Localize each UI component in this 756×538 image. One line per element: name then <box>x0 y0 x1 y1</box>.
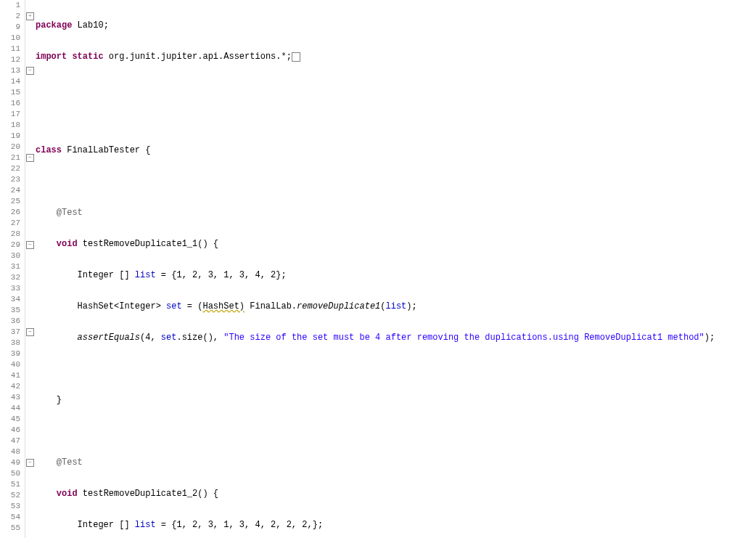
line-number: 30 <box>0 250 20 261</box>
fold-indicator[interactable] <box>292 52 300 62</box>
code-line[interactable]: Integer [] list = {1, 2, 3, 1, 3, 4, 2, … <box>36 520 756 531</box>
code-line[interactable] <box>36 176 756 187</box>
code-line[interactable] <box>36 114 756 125</box>
code-line[interactable]: import static org.junit.jupiter.api.Asse… <box>36 52 756 62</box>
line-number: 25 <box>0 196 20 207</box>
fold-toggle-icon[interactable]: − <box>26 241 34 249</box>
line-number: 27 <box>0 218 20 229</box>
fold-column[interactable]: +−−−−− <box>25 0 34 538</box>
code-line[interactable]: void testRemoveDuplicate1_2() { <box>36 489 756 500</box>
code-line[interactable] <box>36 83 756 94</box>
line-number: 15 <box>0 87 20 98</box>
code-line[interactable] <box>36 364 756 375</box>
line-number: 26 <box>0 207 20 218</box>
code-line[interactable]: class FinalLabTester { <box>36 145 756 156</box>
line-number: 1 <box>0 0 20 11</box>
fold-toggle-icon[interactable]: − <box>26 328 34 336</box>
line-number: 52 <box>0 490 20 501</box>
line-number: 50 <box>0 468 20 479</box>
code-line[interactable]: package Lab10; <box>36 20 756 31</box>
line-number: 47 <box>0 436 20 447</box>
line-number: 29 <box>0 240 20 250</box>
line-number: 18 <box>0 120 20 131</box>
line-number: 12 <box>0 54 20 65</box>
line-number: 22 <box>0 163 20 174</box>
line-number: 19 <box>0 131 20 142</box>
code-line[interactable]: void testRemoveDuplicate1_1() { <box>36 239 756 250</box>
fold-toggle-icon[interactable]: − <box>26 67 34 75</box>
line-number: 55 <box>0 523 20 534</box>
line-number: 23 <box>0 174 20 185</box>
line-number: 14 <box>0 76 20 87</box>
line-number: 32 <box>0 272 20 283</box>
line-number: 38 <box>0 338 20 349</box>
code-editor[interactable]: 1291011121314151617181920212223242526272… <box>0 0 756 538</box>
line-number: 34 <box>0 294 20 305</box>
line-number: 48 <box>0 447 20 457</box>
line-number: 13 <box>0 65 20 76</box>
line-number: 43 <box>0 392 20 403</box>
code-line[interactable]: assertEquals(4, set.size(), "The size of… <box>36 333 756 343</box>
line-number-gutter: 1291011121314151617181920212223242526272… <box>0 0 25 538</box>
code-area[interactable]: package Lab10; import static org.junit.j… <box>34 0 756 538</box>
code-line[interactable]: Integer [] list = {1, 2, 3, 1, 3, 4, 2}; <box>36 270 756 281</box>
line-number: 44 <box>0 403 20 414</box>
code-line[interactable]: HashSet<Integer> set = (HashSet) FinalLa… <box>36 301 756 312</box>
line-number: 42 <box>0 381 20 392</box>
code-line[interactable]: } <box>36 395 756 406</box>
line-number: 46 <box>0 425 20 436</box>
line-number: 51 <box>0 479 20 490</box>
fold-toggle-icon[interactable]: − <box>26 154 34 162</box>
line-number: 9 <box>0 22 20 33</box>
line-number: 54 <box>0 512 20 523</box>
line-number: 40 <box>0 359 20 370</box>
fold-toggle-icon[interactable]: − <box>26 459 34 467</box>
line-number: 41 <box>0 370 20 381</box>
line-number: 28 <box>0 229 20 240</box>
line-number: 53 <box>0 501 20 512</box>
code-line[interactable]: @Test <box>36 208 756 219</box>
line-number: 36 <box>0 316 20 327</box>
line-number: 31 <box>0 261 20 272</box>
line-number: 49 <box>0 457 20 468</box>
line-number: 10 <box>0 33 20 44</box>
line-number: 45 <box>0 414 20 425</box>
line-number: 37 <box>0 327 20 338</box>
line-number: 11 <box>0 44 20 54</box>
line-number: 35 <box>0 305 20 316</box>
fold-toggle-icon[interactable]: + <box>26 12 34 20</box>
line-number: 21 <box>0 152 20 163</box>
code-line[interactable]: @Test <box>36 457 756 468</box>
line-number: 17 <box>0 109 20 120</box>
line-number: 20 <box>0 142 20 152</box>
line-number: 2 <box>0 11 20 22</box>
line-number: 39 <box>0 349 20 359</box>
line-number: 16 <box>0 98 20 109</box>
code-line[interactable] <box>36 426 756 437</box>
line-number: 24 <box>0 185 20 196</box>
line-number: 33 <box>0 283 20 294</box>
